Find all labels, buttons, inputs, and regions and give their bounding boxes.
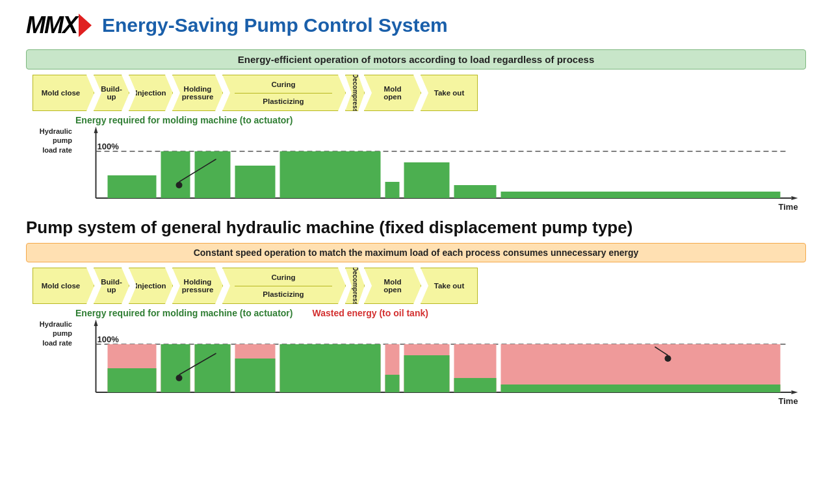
svg-text:100%: 100% [98, 334, 120, 344]
svg-text:Time: Time [779, 202, 798, 211]
chart1-area: Hydraulic pumpload rate 100% Time [26, 127, 806, 211]
step-decompress2: Decompress [345, 268, 365, 304]
chart1-svg: 100% Time [75, 127, 806, 211]
svg-rect-38 [404, 355, 450, 392]
step-mold-open2: Mold open [364, 268, 421, 304]
page-title: Energy-Saving Pump Control System [102, 14, 448, 36]
svg-rect-40 [454, 378, 497, 392]
chart1-label: Energy required for molding machine (to … [75, 115, 292, 125]
sub-step-curing2: Curing [235, 270, 332, 286]
svg-rect-36 [385, 375, 400, 392]
step-mold-close2: Mold close [32, 268, 94, 304]
step-mold-close: Mold close [32, 75, 94, 111]
step-take-out2: Take out [421, 268, 478, 304]
svg-rect-30 [195, 344, 231, 392]
section2: Constant speed operation to match the ma… [26, 243, 806, 407]
header: MMX Energy-Saving Pump Control System [26, 12, 806, 39]
svg-marker-21 [94, 320, 98, 326]
chart2-label-green: Energy required for molding machine (to … [75, 308, 292, 318]
section2-banner: Constant speed operation to match the ma… [26, 243, 806, 262]
process-row-2: Mold close Build-up Injection Holdingpre… [32, 268, 806, 304]
step-decompress: Decompress [345, 75, 365, 111]
svg-point-16 [176, 182, 183, 188]
sub-step-plasticizing: Plasticizing [235, 94, 332, 110]
chart2-wrapper: 100% Time [75, 320, 806, 407]
svg-rect-8 [161, 151, 190, 198]
svg-rect-12 [385, 182, 400, 198]
svg-rect-28 [161, 344, 190, 392]
chart2-y-label: Hydraulic pumpload rate [26, 320, 75, 347]
svg-rect-9 [195, 151, 231, 198]
svg-rect-15 [501, 192, 781, 198]
svg-rect-11 [280, 151, 381, 198]
svg-point-43 [176, 375, 183, 381]
step-build-up2: Build-up [94, 268, 129, 304]
svg-point-45 [665, 355, 671, 362]
svg-marker-20 [792, 390, 798, 394]
svg-rect-10 [235, 166, 276, 198]
chart2-svg: 100% Time [75, 320, 806, 407]
step-build-up: Build-up [94, 75, 129, 111]
chart1-wrapper: 100% Time [75, 127, 806, 211]
svg-text:Time: Time [779, 396, 798, 406]
svg-rect-34 [280, 344, 381, 392]
step-injection2: Injection [129, 268, 173, 304]
chart1-y-label: Hydraulic pumpload rate [26, 127, 75, 155]
section1: Energy-efficient operation of motors acc… [26, 49, 806, 211]
step-injection: Injection [129, 75, 173, 111]
mmx-logo: MMX [26, 12, 92, 39]
svg-marker-2 [792, 196, 798, 200]
chart2-area: Hydraulic pumpload rate 100% Time [26, 320, 806, 407]
section1-banner: Energy-efficient operation of motors acc… [26, 49, 806, 69]
svg-rect-32 [235, 359, 276, 392]
process-row-1: Mold close Build-up Injection Holdingpre… [32, 75, 806, 111]
svg-rect-7 [108, 175, 157, 198]
svg-rect-42 [501, 384, 781, 392]
chart2-label-red: Wasted energy (to oil tank) [312, 308, 428, 318]
step-take-out: Take out [421, 75, 478, 111]
page-container: MMX Energy-Saving Pump Control System En… [0, 0, 832, 425]
svg-rect-14 [454, 185, 497, 198]
svg-rect-26 [108, 368, 157, 392]
step-curing-plasticizing: Curing Plasticizing [222, 75, 346, 111]
svg-rect-13 [404, 162, 450, 198]
step-curing-plasticizing2: Curing Plasticizing [222, 268, 346, 304]
logo-arrow-icon [79, 14, 92, 37]
step-holding-pressure: Holdingpressure [172, 75, 223, 111]
section2-title: Pump system of general hydraulic machine… [26, 218, 806, 238]
sub-step-curing: Curing [235, 77, 332, 94]
logo-text: MMX [26, 12, 77, 39]
step-holding-pressure2: Holdingpressure [172, 268, 223, 304]
step-mold-open: Mold open [364, 75, 421, 111]
svg-marker-3 [94, 127, 98, 133]
sub-step-plasticizing2: Plasticizing [235, 286, 332, 303]
svg-text:100%: 100% [98, 142, 120, 151]
